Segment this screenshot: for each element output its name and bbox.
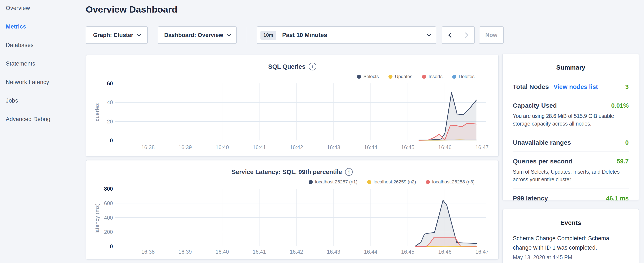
time-prev-button[interactable] (442, 27, 458, 43)
svg-text:0: 0 (110, 243, 113, 249)
summary-row: Unavailable ranges0 (513, 133, 629, 151)
svg-text:16:41: 16:41 (252, 144, 266, 150)
svg-text:16:46: 16:46 (438, 249, 452, 255)
sidebar-item-metrics[interactable]: Metrics (6, 24, 76, 30)
svg-text:16:43: 16:43 (327, 144, 340, 150)
view-nodes-list-link[interactable]: View nodes list (554, 83, 598, 90)
dashboard-dropdown-label: Dashboard: Overview (164, 32, 223, 39)
sidebar-item-statements[interactable]: Statements (6, 60, 76, 67)
svg-text:800: 800 (104, 186, 113, 192)
time-step-buttons (442, 26, 475, 44)
toolbar: Graph: Cluster Dashboard: Overview 10m P… (86, 26, 504, 44)
sql-queries-chart-panel: SQL QueriesiSelectsUpdatesInsertsDeletes… (86, 55, 499, 157)
summary-row-value: 0.01% (611, 102, 629, 109)
svg-text:0: 0 (110, 137, 113, 143)
summary-row-label: Unavailable ranges (513, 139, 571, 146)
svg-text:latency (ms): latency (ms) (94, 203, 100, 234)
svg-text:16:44: 16:44 (364, 144, 378, 150)
summary-row-line: Capacity Used0.01% (513, 102, 629, 109)
sidebar-item-network-latency[interactable]: Network Latency (6, 79, 76, 86)
summary-row-line: Total NodesView nodes list3 (513, 83, 629, 90)
summary-row-description: Sum of Selects, Updates, Inserts, and De… (513, 168, 629, 183)
summary-row: P99 latency46.1 ms (513, 188, 629, 207)
svg-text:16:45: 16:45 (401, 144, 414, 150)
summary-row-line: Unavailable ranges0 (513, 139, 629, 146)
summary-rows: Total NodesView nodes list3Capacity Used… (513, 78, 629, 207)
dashboard-dropdown[interactable]: Dashboard: Overview (158, 26, 237, 44)
events-panel: EventsSchema Change Completed: Schema ch… (502, 209, 639, 263)
svg-text:16:45: 16:45 (401, 249, 414, 255)
svg-text:16:40: 16:40 (216, 144, 229, 150)
sidebar-item-advanced-debug[interactable]: Advanced Debug (6, 116, 76, 123)
chevron-left-icon (448, 32, 454, 38)
chevron-right-icon (463, 32, 468, 38)
time-range-dropdown[interactable]: 10m Past 10 Minutes (256, 26, 436, 44)
summary-row: Capacity Used0.01%You are using 28.6 MiB… (513, 96, 629, 133)
summary-row-label: Queries per second (513, 158, 572, 165)
svg-text:16:40: 16:40 (216, 249, 229, 255)
svg-text:200: 200 (104, 229, 113, 235)
summary-title: Summary (513, 54, 629, 71)
svg-text:16:42: 16:42 (290, 249, 303, 255)
event-item[interactable]: Schema Change Completed: Schema change w… (513, 234, 629, 260)
svg-text:16:47: 16:47 (476, 249, 489, 255)
graph-dropdown[interactable]: Graph: Cluster (86, 26, 148, 44)
svg-text:16:44: 16:44 (364, 249, 378, 255)
time-next-button[interactable] (458, 27, 474, 43)
graph-dropdown-label: Graph: Cluster (93, 32, 133, 39)
svg-text:400: 400 (104, 215, 113, 221)
chart-plot: 020040060080016:3816:3916:4016:4116:4216… (86, 160, 498, 259)
summary-row-value: 46.1 ms (606, 195, 629, 202)
chevron-down-icon (427, 33, 431, 36)
chevron-down-icon (137, 33, 141, 36)
svg-text:16:46: 16:46 (438, 144, 452, 150)
summary-row-label: Total Nodes (513, 83, 549, 90)
svg-text:16:43: 16:43 (327, 249, 340, 255)
svg-text:60: 60 (107, 80, 113, 86)
sidebar: OverviewMetricsDatabasesStatementsNetwor… (6, 5, 76, 134)
event-text: Schema Change Completed: Schema change w… (513, 234, 629, 252)
svg-text:16:41: 16:41 (252, 249, 266, 255)
summary-row-line: P99 latency46.1 ms (513, 195, 629, 202)
chart-plot: 020406016:3816:3916:4016:4116:4216:4316:… (86, 55, 498, 156)
sidebar-item-databases[interactable]: Databases (6, 42, 76, 49)
time-range-label: Past 10 Minutes (282, 32, 327, 39)
summary-panel: SummaryTotal NodesView nodes list3Capaci… (502, 54, 639, 200)
summary-row: Queries per second59.7Sum of Selects, Up… (513, 151, 629, 188)
summary-row-value: 59.7 (617, 158, 629, 165)
page-title: Overview Dashboard (86, 4, 177, 15)
summary-row-value: 0 (625, 139, 629, 146)
svg-text:16:39: 16:39 (178, 144, 192, 150)
svg-text:40: 40 (107, 99, 113, 105)
time-range-badge: 10m (260, 31, 276, 40)
svg-text:16:47: 16:47 (476, 144, 489, 150)
service-latency-chart-panel: Service Latency: SQL, 99th percentileilo… (86, 160, 499, 259)
svg-text:16:42: 16:42 (290, 144, 303, 150)
svg-text:600: 600 (104, 200, 113, 206)
svg-text:16:38: 16:38 (142, 249, 155, 255)
now-button[interactable]: Now (479, 26, 504, 44)
summary-row-label: P99 latency (513, 195, 548, 202)
summary-row-line: Queries per second59.7 (513, 158, 629, 165)
sidebar-item-jobs[interactable]: Jobs (6, 97, 76, 104)
svg-text:16:38: 16:38 (142, 144, 155, 150)
summary-row-description: You are using 28.6 MiB of 515.9 GiB usab… (513, 112, 629, 127)
toolbar-divider (247, 27, 247, 43)
chevron-down-icon (227, 33, 231, 36)
summary-row: Total NodesView nodes list3 (513, 78, 629, 96)
event-timestamp: May 13, 2020 at 4:45 PM (513, 254, 629, 260)
svg-text:20: 20 (107, 119, 113, 124)
summary-row-value: 3 (625, 83, 629, 90)
events-title: Events (513, 209, 629, 226)
svg-text:queries: queries (94, 103, 100, 121)
summary-row-label: Capacity Used (513, 102, 557, 109)
svg-text:16:39: 16:39 (178, 249, 192, 255)
sidebar-item-overview[interactable]: Overview (6, 5, 76, 12)
